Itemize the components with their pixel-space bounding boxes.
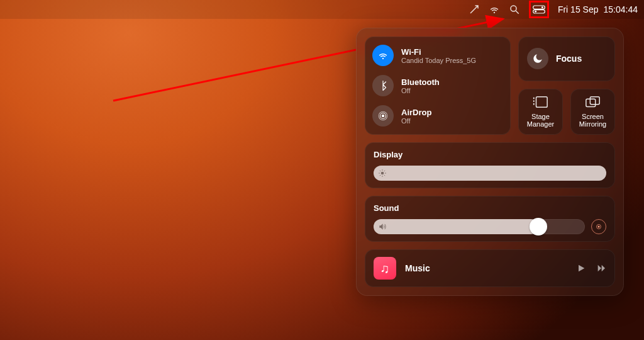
connectivity-tile: Wi-Fi Candid Today Press_5G Bluetooth Of… [365,37,511,135]
airdrop-subtitle: Off [401,117,431,125]
wifi-title: Wi-Fi [401,47,476,57]
svg-line-24 [380,175,380,176]
svg-rect-13 [533,103,535,105]
svg-point-0 [511,6,516,11]
control-center-icon[interactable] [529,1,549,18]
display-tile: Display [365,142,615,188]
svg-point-5 [535,11,536,13]
next-track-icon[interactable] [596,263,606,273]
svg-point-26 [598,226,600,228]
wifi-subtitle: Candid Today Press_5G [401,57,476,64]
airdrop-title: AirDrop [401,108,431,117]
stage-manager-tile[interactable]: Stage Manager [518,89,563,135]
svg-rect-11 [533,97,535,99]
bluetooth-subtitle: Off [401,87,440,94]
svg-rect-14 [536,96,548,107]
music-title: Music [405,263,567,273]
display-label: Display [374,150,606,159]
svg-rect-12 [533,100,535,102]
wifi-icon [372,45,394,66]
svg-line-22 [380,171,380,171]
airdrop-toggle[interactable]: AirDrop Off [372,101,503,131]
sound-slider[interactable] [374,219,585,234]
control-center-panel: Wi-Fi Candid Today Press_5G Bluetooth Of… [356,28,624,296]
focus-tile[interactable]: Focus [518,37,615,81]
menubar: Fri 15 Sep 15:04:44 [0,0,644,19]
svg-line-23 [384,175,385,176]
svg-point-3 [541,6,543,8]
svg-point-8 [382,115,385,118]
stage-manager-label: Stage Manager [527,113,554,128]
display-slider[interactable] [374,166,606,181]
svg-point-17 [381,172,384,175]
menubar-date: Fri 15 Sep [558,4,599,14]
sound-tile: Sound [365,196,615,242]
airplay-audio-icon[interactable] [591,219,606,234]
moon-icon [527,48,548,69]
brightness-icon [378,169,387,178]
stage-manager-icon [532,95,548,109]
screen-mirroring-tile[interactable]: Screen Mirroring [570,89,615,135]
spotlight-icon[interactable] [509,4,520,15]
bluetooth-icon [372,75,394,96]
action-icon[interactable] [469,4,480,15]
svg-line-25 [384,171,385,171]
music-app-icon: ♫ [374,257,396,280]
bluetooth-title: Bluetooth [401,77,440,87]
screen-mirroring-icon [585,95,601,109]
volume-icon [378,222,387,231]
sound-label: Sound [374,203,606,213]
airdrop-icon [372,105,394,127]
wifi-toggle[interactable]: Wi-Fi Candid Today Press_5G [372,40,503,71]
focus-title: Focus [556,54,582,64]
svg-rect-16 [590,96,599,104]
bluetooth-toggle[interactable]: Bluetooth Off [372,71,503,101]
menubar-time: 15:04:44 [604,4,638,14]
music-tile[interactable]: ♫ Music [365,249,615,287]
wifi-icon[interactable] [489,4,500,15]
svg-rect-15 [586,99,595,106]
clock[interactable]: Fri 15 Sep 15:04:44 [558,4,638,14]
svg-line-1 [516,11,519,14]
play-icon[interactable] [576,263,586,273]
screen-mirroring-label: Screen Mirroring [579,113,606,128]
